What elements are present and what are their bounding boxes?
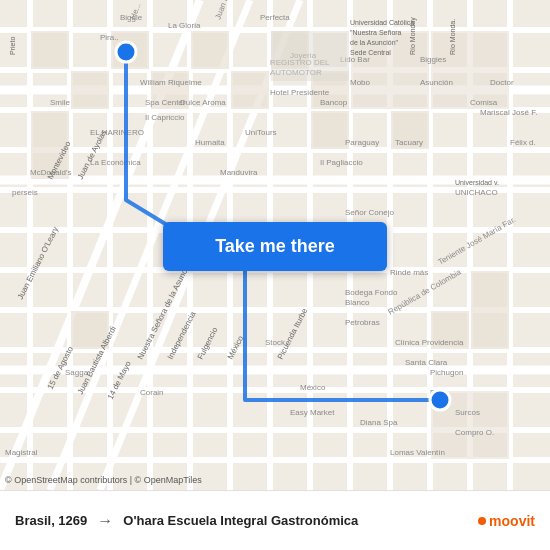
- svg-text:Rinde más: Rinde más: [390, 268, 428, 277]
- svg-text:Paraguay: Paraguay: [345, 138, 379, 147]
- moovit-brand-name: moovit: [489, 513, 535, 529]
- svg-point-102: [116, 42, 136, 62]
- svg-text:Pichugon: Pichugon: [430, 368, 463, 377]
- svg-text:Surcos: Surcos: [455, 408, 480, 417]
- svg-rect-32: [31, 31, 69, 69]
- svg-point-103: [430, 390, 450, 410]
- footer-bar: Brasil, 1269 → O'hara Escuela Integral G…: [0, 490, 550, 550]
- svg-text:Smile: Smile: [50, 98, 71, 107]
- svg-text:Petrobras: Petrobras: [345, 318, 380, 327]
- svg-text:Santa Clara: Santa Clara: [405, 358, 448, 367]
- svg-text:UniTours: UniTours: [245, 128, 277, 137]
- svg-text:Félix d.: Félix d.: [510, 138, 536, 147]
- svg-text:Manduvira: Manduvira: [220, 168, 258, 177]
- svg-text:Diana Spa: Diana Spa: [360, 418, 398, 427]
- svg-text:"Nuestra Señora: "Nuestra Señora: [350, 29, 402, 36]
- svg-text:Bodega Fondo: Bodega Fondo: [345, 288, 398, 297]
- svg-text:Doctor: Doctor: [490, 78, 514, 87]
- svg-rect-44: [311, 111, 349, 149]
- svg-text:Hotel Presidente: Hotel Presidente: [270, 88, 330, 97]
- svg-rect-47: [471, 271, 509, 349]
- direction-arrow: →: [97, 512, 113, 530]
- svg-text:Perfecta: Perfecta: [260, 13, 290, 22]
- svg-text:Prieto: Prieto: [9, 37, 16, 55]
- svg-rect-33: [71, 71, 109, 109]
- svg-text:Corain: Corain: [140, 388, 164, 397]
- svg-text:Bancop: Bancop: [320, 98, 348, 107]
- svg-text:Universidad Católica: Universidad Católica: [350, 19, 414, 26]
- moovit-logo: moovit: [478, 513, 535, 529]
- map-container: Biggie Perfecta Río Monday Río Monda. Pr…: [0, 0, 550, 490]
- svg-text:perseis: perseis: [12, 188, 38, 197]
- svg-rect-37: [231, 71, 269, 109]
- moovit-dot-icon: [478, 517, 486, 525]
- take-me-there-button[interactable]: Take me there: [163, 222, 387, 271]
- svg-text:La Económica: La Económica: [90, 158, 141, 167]
- svg-text:Clínica Providencia: Clínica Providencia: [395, 338, 464, 347]
- svg-text:Universidad v.: Universidad v.: [455, 179, 499, 186]
- svg-text:La Gloria: La Gloria: [168, 21, 201, 30]
- to-location: O'hara Escuela Integral Gastronómica: [123, 513, 468, 528]
- svg-text:Señor Conejo: Señor Conejo: [345, 208, 394, 217]
- svg-text:Magistral: Magistral: [5, 448, 38, 457]
- svg-text:Lomas Valentín: Lomas Valentín: [390, 448, 445, 457]
- svg-text:Il Capriccio: Il Capriccio: [145, 113, 185, 122]
- svg-text:UNICHACO: UNICHACO: [455, 188, 498, 197]
- svg-text:Il Pagliaccio: Il Pagliaccio: [320, 158, 363, 167]
- svg-text:Asunción: Asunción: [420, 78, 453, 87]
- svg-text:Río Monda.: Río Monda.: [449, 19, 456, 55]
- svg-text:Compro O.: Compro O.: [455, 428, 494, 437]
- svg-text:Mobo: Mobo: [350, 78, 371, 87]
- svg-rect-36: [191, 31, 229, 69]
- svg-text:Biggies: Biggies: [420, 55, 446, 64]
- svg-text:Pira..: Pira..: [100, 33, 119, 42]
- svg-text:© OpenStreetMap contributors |: © OpenStreetMap contributors | © OpenMap…: [5, 475, 202, 485]
- from-location: Brasil, 1269: [15, 513, 87, 528]
- svg-rect-126: [271, 31, 349, 81]
- svg-text:Easy Market: Easy Market: [290, 408, 335, 417]
- svg-text:Comisa: Comisa: [470, 98, 498, 107]
- svg-text:William Riquelme: William Riquelme: [140, 78, 202, 87]
- svg-text:México: México: [300, 383, 326, 392]
- svg-text:Dulce Aroma: Dulce Aroma: [180, 98, 226, 107]
- svg-text:Mariscal José F.: Mariscal José F.: [480, 108, 537, 117]
- svg-text:de la Asunción": de la Asunción": [350, 39, 399, 46]
- svg-text:Humaita: Humaita: [195, 138, 225, 147]
- svg-text:Blanco: Blanco: [345, 298, 370, 307]
- svg-text:Tacuary: Tacuary: [395, 138, 423, 147]
